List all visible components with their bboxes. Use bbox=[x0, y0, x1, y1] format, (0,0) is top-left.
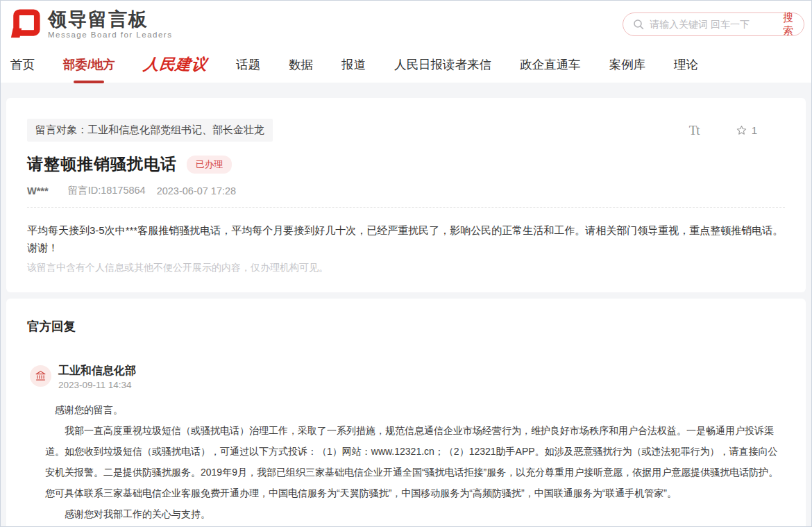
nav-item-ministries-local[interactable]: 部委/地方 bbox=[63, 56, 115, 74]
page: 领导留言板 Message Board for Leaders 搜索 首页 部委… bbox=[0, 0, 812, 527]
nav-item-theory[interactable]: 理论 bbox=[674, 56, 698, 74]
message-id: 留言ID:18175864 bbox=[68, 184, 146, 197]
nav-item-peoples-suggestions[interactable]: 人民建议 bbox=[142, 54, 208, 76]
favorite-count: 1 bbox=[752, 124, 757, 136]
nav-item-topics[interactable]: 话题 bbox=[236, 56, 260, 74]
font-size-toggle-icon[interactable]: Tt bbox=[689, 123, 700, 138]
message-card: 留言对象：工业和信息化部党组书记、部长金壮龙 Tt 1 请整顿推销骚扰电话 已办… bbox=[6, 98, 806, 292]
nav-item-data[interactable]: 数据 bbox=[289, 56, 313, 74]
site-subtitle: Message Board for Leaders bbox=[48, 31, 172, 39]
privacy-note: 该留言中含有个人信息或其他不便公开展示的内容，仅办理机构可见。 bbox=[27, 262, 785, 274]
reply-paragraph: 感谢您对我部工作的关心与支持。 bbox=[45, 503, 785, 524]
reply-agency-name: 工业和信息化部 bbox=[58, 364, 136, 377]
reply-section-title: 官方回复 bbox=[27, 318, 785, 335]
agency-avatar bbox=[30, 365, 51, 387]
site-header: 领导留言板 Message Board for Leaders 搜索 bbox=[1, 1, 811, 48]
nav-item-home[interactable]: 首页 bbox=[10, 56, 35, 74]
reply-paragraph: 感谢您的留言。 bbox=[45, 399, 785, 420]
search-icon bbox=[633, 19, 644, 30]
search-input[interactable] bbox=[650, 19, 775, 30]
divider bbox=[27, 207, 785, 208]
reply-paragraph: 我部一直高度重视垃圾短信（或骚扰电话）治理工作，采取了一系列措施，规范信息通信企… bbox=[45, 420, 785, 503]
logo-text: 领导留言板 Message Board for Leaders bbox=[48, 10, 172, 39]
search-bar[interactable]: 搜索 bbox=[623, 12, 804, 36]
main-nav: 首页 部委/地方 人民建议 话题 数据 报道 人民日报读者来信 政企直通车 案例… bbox=[1, 48, 811, 83]
official-reply-card: 官方回复 工业和信息化部 bbox=[6, 299, 806, 527]
government-building-icon bbox=[35, 370, 46, 382]
message-title: 请整顿推销骚扰电话 bbox=[27, 153, 177, 175]
nav-item-reports[interactable]: 报道 bbox=[341, 56, 366, 74]
nav-item-case-library[interactable]: 案例库 bbox=[609, 56, 645, 74]
nav-item-reader-letters[interactable]: 人民日报读者来信 bbox=[394, 56, 491, 74]
content-area: 留言对象：工业和信息化部党组书记、部长金壮龙 Tt 1 请整顿推销骚扰电话 已办… bbox=[1, 83, 811, 527]
message-target-label: 留言对象：工业和信息化部党组书记、部长金壮龙 bbox=[27, 119, 273, 142]
message-body: 平均每天接到3-5次中***客服推销骚扰电话，平均每个月要接到好几十次，已经严重… bbox=[27, 222, 785, 257]
reply-datetime: 2023-09-11 14:34 bbox=[58, 380, 136, 390]
reply-block: 工业和信息化部 2023-09-11 14:34 感谢您的留言。 我部一直高度重… bbox=[27, 364, 785, 524]
message-datetime: 2023-06-07 17:28 bbox=[157, 185, 237, 196]
nav-item-gov-enterprise[interactable]: 政企直通车 bbox=[520, 56, 581, 74]
search-button[interactable]: 搜索 bbox=[775, 11, 795, 37]
message-author: W*** bbox=[27, 185, 49, 196]
reply-body: 感谢您的留言。 我部一直高度重视垃圾短信（或骚扰电话）治理工作，采取了一系列措施… bbox=[45, 399, 785, 524]
site-title: 领导留言板 bbox=[48, 10, 172, 29]
status-badge: 已办理 bbox=[187, 156, 232, 174]
logo-icon bbox=[9, 8, 41, 41]
favorite-button[interactable]: 1 bbox=[736, 124, 757, 136]
site-logo[interactable]: 领导留言板 Message Board for Leaders bbox=[9, 8, 172, 41]
star-icon bbox=[736, 124, 747, 136]
